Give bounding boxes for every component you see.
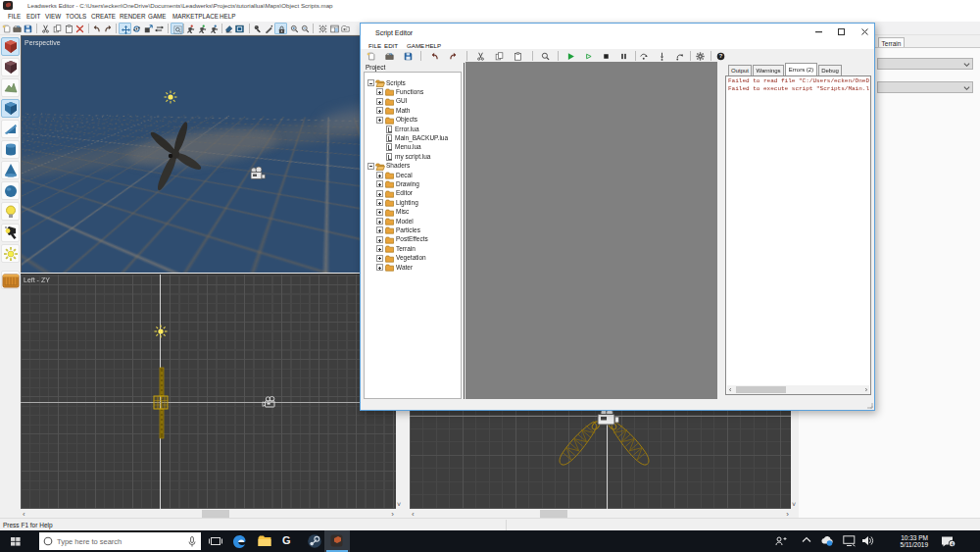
svg-text:4: 4 xyxy=(951,541,954,547)
